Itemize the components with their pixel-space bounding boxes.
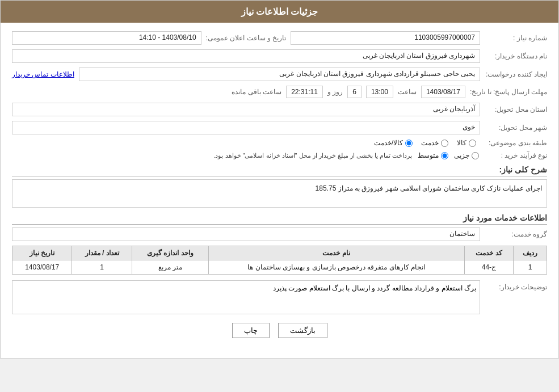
province-label: استان محل تحویل: xyxy=(485,106,547,113)
response-time-label: ساعت xyxy=(398,88,417,96)
col-unit: واحد اندازه گیری xyxy=(132,246,208,260)
col-date: تاریخ نیاز xyxy=(12,246,72,260)
process-medium-radio[interactable] xyxy=(441,152,448,159)
buyer-org-value: شهرداری فیروزق استان اذربایجان غربی xyxy=(12,49,480,63)
services-section-title: اطلاعات خدمات مورد نیاز xyxy=(12,213,547,225)
category-goods-service-radio[interactable] xyxy=(405,140,413,147)
category-service-label: خدمت xyxy=(421,139,439,147)
category-goods-radio[interactable] xyxy=(469,140,476,147)
category-goods-label: کالا xyxy=(457,139,466,147)
process-medium-option[interactable]: متوسط xyxy=(418,151,448,159)
buyer-notes-textarea[interactable] xyxy=(12,280,480,314)
cell-service-code: ج-44 xyxy=(464,260,514,275)
announcement-date-value: 1403/08/10 - 14:10 xyxy=(12,31,201,45)
col-service-code: کد خدمت xyxy=(464,246,514,260)
category-label: طبقه بندی موضوعی: xyxy=(485,139,547,147)
process-label: نوع فرآیند خرید : xyxy=(485,151,547,159)
process-partial-radio[interactable] xyxy=(472,152,479,159)
response-days-value: 6 xyxy=(347,86,362,98)
process-note: پرداخت تمام یا بخشی از مبلغ خریدار از مح… xyxy=(12,152,412,159)
page-title: جزئیات اطلاعات نیاز xyxy=(241,7,318,16)
category-service-radio[interactable] xyxy=(441,140,448,147)
service-group-value: ساختمان xyxy=(12,227,480,241)
cell-unit: متر مربع xyxy=(132,260,208,275)
process-medium-label: متوسط xyxy=(418,151,439,159)
cell-service-name: انجام کارهای متفرقه درخصوص بازسازی و بهس… xyxy=(208,260,464,275)
page-header: جزئیات اطلاعات نیاز xyxy=(1,1,558,23)
contact-link[interactable]: اطلاعات تماس خریدار xyxy=(12,70,74,78)
category-goods-option[interactable]: کالا xyxy=(457,139,476,147)
buyer-notes-label: توضیحات خریدار: xyxy=(485,280,547,291)
process-partial-label: جزیی xyxy=(454,151,469,159)
cell-row-num: 1 xyxy=(514,260,547,275)
print-button[interactable]: چاپ xyxy=(232,323,270,338)
need-description-value: اجرای عملیات نازک کاری ساختمان شورای اسل… xyxy=(12,179,547,208)
col-quantity: تعداد / مقدار xyxy=(72,246,132,260)
need-number-label: شماره نیاز : xyxy=(485,34,547,42)
creator-label: ایجاد کننده درخواست: xyxy=(485,70,547,78)
action-buttons: بازگشت چاپ xyxy=(12,323,547,349)
cell-date: 1403/08/17 xyxy=(12,260,72,275)
back-button[interactable]: بازگشت xyxy=(278,323,327,338)
announcement-date-label: تاریخ و ساعت اعلان عمومی: xyxy=(206,34,287,42)
city-value: خوی xyxy=(12,121,480,134)
cell-quantity: 1 xyxy=(72,260,132,275)
city-label: شهر محل تحویل: xyxy=(485,124,547,132)
category-service-option[interactable]: خدمت xyxy=(421,139,448,147)
col-row-num: ردیف xyxy=(514,246,547,260)
response-date-value: 1403/08/17 xyxy=(421,86,465,98)
response-remaining-value: 22:31:11 xyxy=(286,86,323,98)
service-group-label: گروه خدمت: xyxy=(485,230,547,238)
response-time-value: 13:00 xyxy=(366,86,393,98)
category-goods-service-option[interactable]: کالا/خدمت xyxy=(374,139,413,147)
creator-value: یحیی حاجی حسینلو قراردادی شهرداری فیروزق… xyxy=(79,68,480,81)
need-number-value: 1103005997000007 xyxy=(291,31,480,45)
response-remaining-label: ساعت باقی مانده xyxy=(232,88,281,96)
province-value: آذربایجان غربی xyxy=(12,103,480,116)
col-service-name: نام خدمت xyxy=(208,246,464,260)
table-row: 1 ج-44 انجام کارهای متفرقه درخصوص بازساز… xyxy=(12,260,547,275)
response-days-label: روز و xyxy=(327,88,343,96)
response-date-label: مهلت ارسال پاسخ: تا تاریخ: xyxy=(470,88,547,96)
services-table: ردیف کد خدمت نام خدمت واحد اندازه گیری ت… xyxy=(12,246,547,275)
buyer-org-label: نام دستگاه خریدار: xyxy=(485,52,547,60)
category-goods-service-label: کالا/خدمت xyxy=(374,139,403,147)
process-partial-option[interactable]: جزیی xyxy=(454,151,479,159)
need-description-section-title: شرح کلی نیاز: xyxy=(12,165,547,176)
